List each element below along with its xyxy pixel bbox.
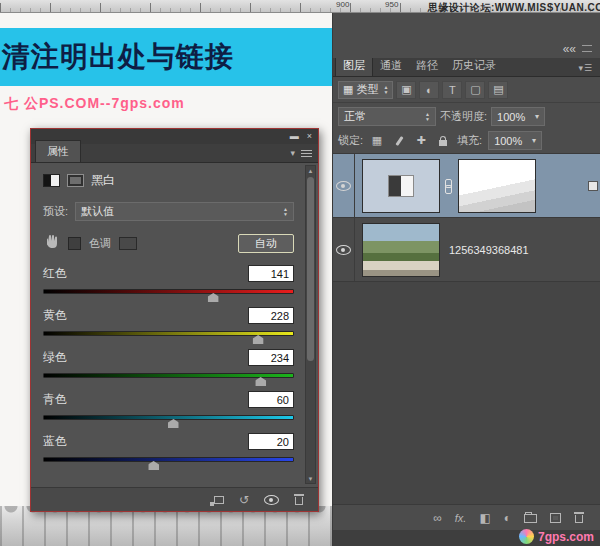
preset-select[interactable]: 默认值 ▲▼ xyxy=(75,202,294,221)
new-layer-icon[interactable] xyxy=(550,513,561,523)
lock-label: 锁定: xyxy=(338,133,363,148)
filter-smart-object-icon[interactable]: ▤ xyxy=(488,81,508,99)
scroll-down-icon[interactable]: ▼ xyxy=(306,474,315,483)
preset-row: 预设: 默认值 ▲▼ xyxy=(43,202,294,221)
panel-tabs: 图层 通道 路径 历史记录 ▾☰ xyxy=(333,58,600,77)
slider-track[interactable] xyxy=(43,373,294,378)
adjustment-header: 黑白 xyxy=(43,172,294,189)
panel-grip-icon[interactable] xyxy=(582,45,592,52)
tab-history[interactable]: 历史记录 xyxy=(445,55,503,76)
blend-mode-value: 正常 xyxy=(344,109,366,124)
clip-to-layer-icon[interactable] xyxy=(214,496,224,504)
tint-color-swatch[interactable] xyxy=(119,237,137,250)
slider-thumb[interactable] xyxy=(148,461,159,470)
tint-row: 色调 自动 xyxy=(43,233,294,253)
slider-value-field[interactable]: 60 xyxy=(248,391,294,408)
tab-properties[interactable]: 属性 xyxy=(35,140,81,162)
adjustment-title: 黑白 xyxy=(91,172,115,189)
scrollbar-thumb[interactable] xyxy=(307,177,314,361)
document-banner: 清注明出处与链接 xyxy=(0,28,332,86)
layer-mask-thumbnail[interactable] xyxy=(458,159,536,213)
scrubby-hand-icon[interactable] xyxy=(43,234,60,253)
mask-link-icon[interactable] xyxy=(444,179,452,193)
horizontal-ruler[interactable]: 900 950 思缘设计论坛:WWW.MISSYUAN.COM xyxy=(0,0,600,13)
opacity-select[interactable]: 100% ▾ xyxy=(491,107,545,126)
slider-blue: 蓝色 20 xyxy=(43,433,294,462)
properties-content: 黑白 预设: 默认值 ▲▼ 色调 自动 xyxy=(31,163,318,487)
layer-row-adjustment[interactable] xyxy=(333,154,600,218)
filter-kind-icon: ▦ xyxy=(343,83,353,96)
fill-label: 填充: xyxy=(457,133,482,148)
minimize-icon[interactable]: ▬ xyxy=(290,132,299,141)
panel-menu-icon[interactable]: ▾☰ xyxy=(578,63,600,76)
lock-pixels-icon[interactable] xyxy=(391,133,407,149)
properties-tabstrip: 属性 ▾ xyxy=(31,144,318,163)
layer-name[interactable]: 1256349368481 xyxy=(449,244,529,256)
filter-pixel-layers-icon[interactable]: ▣ xyxy=(396,81,416,99)
preset-value: 默认值 xyxy=(81,204,114,219)
slider-thumb[interactable] xyxy=(168,419,179,428)
collapse-panels-icon[interactable]: «« xyxy=(563,44,576,54)
lock-position-icon[interactable]: ✚ xyxy=(413,133,429,149)
document-photo-fragment xyxy=(0,506,332,546)
layer-filter-row: ▦ 类型 ▲▼ ▣ ◐ T ▢ ▤ xyxy=(333,77,600,103)
slider-track[interactable] xyxy=(43,415,294,420)
tint-label: 色调 xyxy=(89,236,111,251)
lock-row: 锁定: ▦ ✚ 填充: 100% ▾ xyxy=(333,130,600,154)
layer-style-icon[interactable]: fx. xyxy=(455,512,467,524)
delete-adjustment-icon[interactable] xyxy=(294,494,304,505)
properties-panel-menu[interactable]: ▾ xyxy=(290,148,318,162)
reset-adjustment-icon[interactable]: ↺ xyxy=(239,494,249,506)
filter-type-dropdown[interactable]: ▦ 类型 ▲▼ xyxy=(338,81,393,99)
slider-value-field[interactable]: 141 xyxy=(248,265,294,282)
mask-badge-icon[interactable] xyxy=(67,174,84,187)
blend-mode-select[interactable]: 正常 ▲▼ xyxy=(338,107,436,126)
bw-sliders: 红色 141 黄色 228 xyxy=(43,265,294,462)
fill-value: 100% xyxy=(494,135,522,147)
adjustment-layer-thumbnail[interactable] xyxy=(362,159,440,213)
mask-edge-fragment xyxy=(588,181,598,191)
new-adjustment-layer-icon[interactable]: ◐ xyxy=(504,512,511,524)
slider-value-field[interactable]: 234 xyxy=(248,349,294,366)
fill-select[interactable]: 100% ▾ xyxy=(488,131,542,150)
visibility-toggle[interactable] xyxy=(333,218,355,281)
tab-channels[interactable]: 通道 xyxy=(373,55,409,76)
toggle-visibility-eye-icon[interactable] xyxy=(264,495,279,505)
lock-transparency-icon[interactable]: ▦ xyxy=(369,133,385,149)
filter-shape-layers-icon[interactable]: ▢ xyxy=(465,81,485,99)
scroll-up-icon[interactable]: ▲ xyxy=(306,166,315,175)
filter-type-layers-icon[interactable]: T xyxy=(442,81,462,99)
banner-title-text: 清注明出处与链接 xyxy=(0,38,234,76)
link-layers-icon[interactable]: ∞ xyxy=(433,512,442,524)
delete-layer-icon[interactable] xyxy=(574,512,584,523)
visibility-toggle[interactable] xyxy=(333,154,355,217)
tint-checkbox[interactable] xyxy=(68,237,81,250)
tab-paths[interactable]: 路径 xyxy=(409,55,445,76)
slider-value-field[interactable]: 228 xyxy=(248,307,294,324)
slider-thumb[interactable] xyxy=(208,293,219,302)
site-watermark: 7gps.com xyxy=(519,529,594,544)
blend-mode-row: 正常 ▲▼ 不透明度: 100% ▾ xyxy=(333,103,600,130)
slider-yellow: 黄色 228 xyxy=(43,307,294,336)
auto-button[interactable]: 自动 xyxy=(238,234,294,253)
slider-thumb[interactable] xyxy=(255,377,266,386)
eye-icon xyxy=(336,245,351,255)
slider-thumb[interactable] xyxy=(253,335,264,344)
layer-row-image[interactable]: 1256349368481 xyxy=(333,218,600,282)
slider-track[interactable] xyxy=(43,289,294,294)
slider-track[interactable] xyxy=(43,331,294,336)
slider-value-field[interactable]: 20 xyxy=(248,433,294,450)
close-icon[interactable]: × xyxy=(307,132,312,141)
filter-adjustment-layers-icon[interactable]: ◐ xyxy=(419,81,439,99)
updown-arrows-icon: ▲▼ xyxy=(383,85,388,95)
new-group-icon[interactable] xyxy=(524,512,537,523)
eye-icon xyxy=(336,181,351,191)
slider-track[interactable] xyxy=(43,457,294,462)
slider-label: 青色 xyxy=(43,391,67,408)
image-layer-thumbnail[interactable] xyxy=(362,223,440,277)
chevron-down-icon: ▾ xyxy=(535,112,539,121)
lock-all-icon[interactable] xyxy=(435,133,451,149)
chevron-down-icon: ▾ xyxy=(290,148,295,158)
properties-scrollbar[interactable]: ▲ ▼ xyxy=(305,165,316,484)
add-mask-icon[interactable]: ◧ xyxy=(479,512,490,524)
